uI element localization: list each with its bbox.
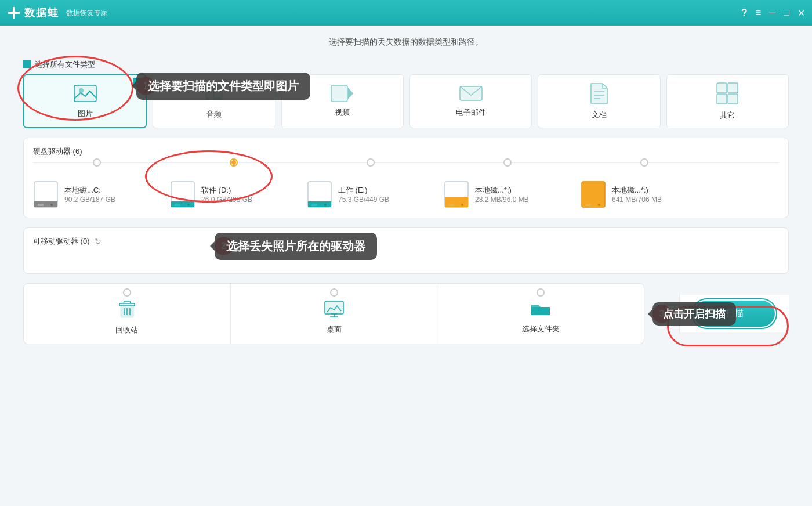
step1-annotation: 1 选择要扫描的文件类型即图片 <box>136 77 155 95</box>
svg-rect-13 <box>717 83 727 93</box>
app-title: 数据蛙 <box>24 6 59 20</box>
doc-icon <box>589 82 610 107</box>
select-all-label: 选择所有文件类型 <box>35 59 95 70</box>
svg-marker-8 <box>348 88 353 99</box>
svg-rect-33 <box>582 182 605 207</box>
drive-g-radio <box>640 158 648 167</box>
desktop-icon <box>324 301 344 322</box>
hdd-section-header: 硬盘驱动器 (6) <box>33 146 779 157</box>
svg-rect-19 <box>38 204 44 206</box>
image-label: 图片 <box>78 109 93 119</box>
image-icon <box>74 84 97 106</box>
menu-button[interactable]: ≡ <box>756 8 761 18</box>
scan-wrap: 3 点击开启扫描 <box>644 305 679 323</box>
drive-e-name: 工作 (E:) <box>338 185 434 196</box>
file-type-doc[interactable]: 文档 <box>538 74 660 128</box>
drive-d[interactable]: 软件 (D:) 26.0 GB/293 GB <box>170 169 298 209</box>
bottom-recycle[interactable]: 回收站 <box>24 284 231 344</box>
file-type-email[interactable]: 电子邮件 <box>409 74 532 128</box>
select-all-checkbox[interactable] <box>23 60 31 68</box>
drive-c-info: 本地磁...C: 90.2 GB/187 GB <box>64 185 161 204</box>
svg-rect-1 <box>8 12 20 14</box>
drive-c-name: 本地磁...C: <box>64 185 161 196</box>
removable-section-label: 可移动驱动器 (0) <box>33 236 90 247</box>
video-label: 视频 <box>335 107 350 118</box>
svg-point-24 <box>187 204 190 206</box>
page-subtitle: 选择要扫描的丢失数据的数据类型和路径。 <box>23 37 789 48</box>
email-icon <box>459 85 483 105</box>
drive-d-size: 26.0 GB/293 GB <box>201 196 298 204</box>
hdd-section: 硬盘驱动器 (6) 本地磁...C: <box>23 138 789 218</box>
step3-box: 点击开启扫描 <box>652 302 736 326</box>
drives-row: 本地磁...C: 90.2 GB/187 GB <box>33 169 779 209</box>
drive-g-icon <box>581 179 606 209</box>
drive-e-info: 工作 (E:) 75.3 GB/449 GB <box>338 185 434 204</box>
logo-icon <box>7 6 21 20</box>
svg-point-32 <box>461 204 463 206</box>
svg-rect-23 <box>175 204 180 206</box>
drive-c-size: 90.2 GB/187 GB <box>64 196 161 204</box>
file-type-other[interactable]: 其它 <box>666 74 789 128</box>
drive-e-size: 75.3 GB/449 GB <box>338 196 434 204</box>
svg-point-28 <box>324 204 327 206</box>
svg-rect-7 <box>331 85 347 102</box>
svg-rect-27 <box>311 204 317 206</box>
drive-f[interactable]: 本地磁...*:) 28.2 MB/96.0 MB <box>444 169 571 209</box>
audio-label: 音频 <box>206 109 222 120</box>
drive-c-radio <box>93 158 101 167</box>
removable-section: 可移动驱动器 (0) ↻ <box>23 227 789 274</box>
recycle-radio <box>123 288 131 297</box>
desktop-radio <box>330 288 338 297</box>
drive-d-radio <box>230 158 238 167</box>
close-button[interactable]: ✕ <box>798 8 805 19</box>
svg-rect-31 <box>448 204 454 206</box>
other-label: 其它 <box>720 110 735 121</box>
minimize-button[interactable]: ─ <box>769 8 775 18</box>
svg-rect-34 <box>585 204 591 206</box>
drive-g-size: 641 MB/706 MB <box>612 196 708 204</box>
folder-radio <box>536 288 545 297</box>
email-label: 电子邮件 <box>456 107 486 118</box>
svg-line-39 <box>124 301 124 303</box>
svg-point-3 <box>79 88 84 93</box>
maximize-button[interactable]: □ <box>784 8 789 18</box>
folder-label: 选择文件夹 <box>522 324 560 334</box>
drive-g[interactable]: 本地磁...*:) 641 MB/706 MB <box>581 169 708 209</box>
drive-g-info: 本地磁...*:) 641 MB/706 MB <box>612 185 708 204</box>
bottom-folder[interactable]: 选择文件夹 <box>437 284 644 344</box>
drive-d-icon <box>170 179 195 209</box>
removable-wrap: 可移动驱动器 (0) ↻ 2 选择丢失照片所在的驱动器 <box>23 227 789 274</box>
svg-rect-30 <box>445 197 468 207</box>
bottom-items-row: 回收站 桌面 <box>23 283 644 344</box>
hdd-section-label: 硬盘驱动器 (6) <box>33 146 82 157</box>
window-controls: ? ≡ ─ □ ✕ <box>741 7 805 19</box>
other-icon <box>716 82 739 108</box>
main-content: 选择要扫描的丢失数据的数据类型和路径。 选择所有文件类型 ✓ 图片 <box>0 26 812 506</box>
refresh-icon[interactable]: ↻ <box>95 237 102 246</box>
drive-e-icon <box>307 179 332 209</box>
svg-rect-2 <box>74 85 96 102</box>
drive-d-info: 软件 (D:) 26.0 GB/293 GB <box>201 185 298 204</box>
hdd-drive-section: 硬盘驱动器 (6) 本地磁...C: <box>23 138 789 218</box>
svg-rect-16 <box>728 94 738 104</box>
file-types-section: 选择所有文件类型 ✓ 图片 <box>23 59 789 128</box>
bottom-desktop[interactable]: 桌面 <box>231 284 438 344</box>
recycle-icon <box>118 300 136 323</box>
file-type-section-label: 选择所有文件类型 <box>23 59 789 70</box>
drive-d-name: 软件 (D:) <box>201 185 298 196</box>
titlebar: 数据蛙 数据恢复专家 ? ≡ ─ □ ✕ <box>0 0 812 26</box>
drive-e[interactable]: 工作 (E:) 75.3 GB/449 GB <box>307 169 434 209</box>
doc-label: 文档 <box>592 110 607 120</box>
removable-section-header: 可移动驱动器 (0) ↻ <box>33 236 779 247</box>
drive-f-info: 本地磁...*:) 28.2 MB/96.0 MB <box>475 185 571 204</box>
svg-point-20 <box>50 204 53 206</box>
folder-icon <box>530 301 551 321</box>
app-logo: 数据蛙 数据恢复专家 <box>7 6 108 20</box>
drive-c[interactable]: 本地磁...C: 90.2 GB/187 GB <box>33 169 161 209</box>
drive-g-name: 本地磁...*:) <box>612 185 708 196</box>
drive-f-name: 本地磁...*:) <box>475 185 571 196</box>
video-icon <box>331 85 354 105</box>
help-button[interactable]: ? <box>741 7 748 19</box>
drive-c-icon <box>33 179 59 209</box>
svg-line-40 <box>130 301 130 303</box>
